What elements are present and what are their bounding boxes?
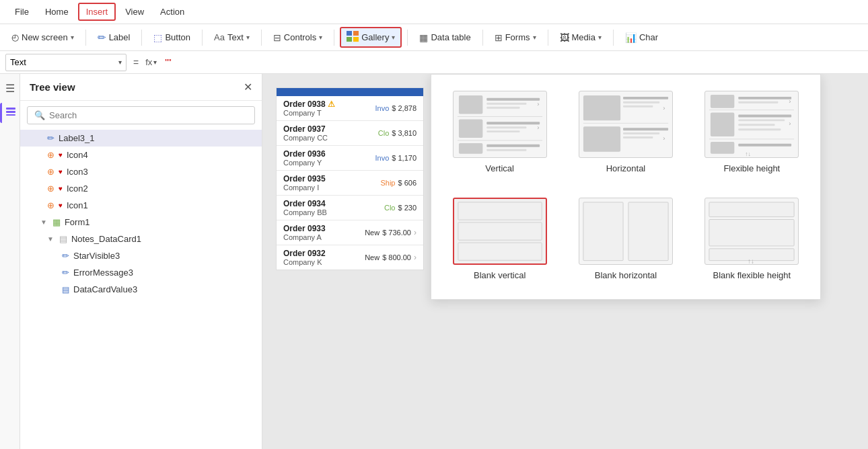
- svg-text:›: ›: [789, 120, 791, 127]
- component-icon-icon1: ⊕: [47, 200, 55, 210]
- svg-rect-22: [583, 95, 620, 120]
- tree-item-starvisible3[interactable]: ✏ StarVisible3: [20, 247, 262, 264]
- svg-rect-33: [711, 95, 734, 108]
- tree-item-form1[interactable]: ▼ ▦ Form1: [20, 214, 262, 231]
- tree-title: Tree view: [30, 81, 75, 93]
- card2-icon-datacardvalue3: ▤: [62, 285, 69, 294]
- tree-item-datacardvalue3[interactable]: ▤ DataCardValue3: [20, 281, 262, 298]
- chart-icon: 📊: [625, 32, 637, 43]
- gallery-item-blank-flexible[interactable]: ↑↓ Blank flexible height: [697, 192, 807, 286]
- table-row[interactable]: Order 0937 Company CC Clo $ 3,810: [277, 121, 423, 146]
- tree-item-icon4[interactable]: ⊕ ♥ Icon4: [20, 147, 262, 163]
- button-button[interactable]: ⬚ Button: [147, 29, 196, 46]
- hamburger-icon[interactable]: ☰: [3, 79, 17, 97]
- formula-dropdown[interactable]: Text ▾: [5, 54, 126, 71]
- search-input[interactable]: [49, 110, 248, 120]
- tree-header: Tree view ✕: [20, 74, 262, 101]
- svg-rect-15: [486, 130, 519, 132]
- chart-button[interactable]: 📊 Char: [619, 29, 664, 46]
- tree-label-icon3: Icon3: [67, 167, 88, 177]
- gallery-grid: › › Vertical: [445, 85, 807, 286]
- tree-expand-form1[interactable]: ▼: [40, 218, 47, 226]
- gallery-label-blank-vertical: Blank vertical: [474, 270, 526, 280]
- gallery-item-horizontal[interactable]: › › Horizontal: [571, 85, 680, 179]
- tree-label-icon2: Icon2: [67, 183, 88, 194]
- gallery-button[interactable]: Gallery ▾: [340, 27, 402, 48]
- tree-item-notes-datacard1[interactable]: ▼ ▤ Notes_DataCard1: [20, 231, 262, 247]
- svg-rect-18: [486, 145, 540, 147]
- tree-label-datacardvalue3: DataCardValue3: [73, 284, 137, 294]
- svg-rect-5: [6, 111, 15, 113]
- svg-rect-52: [628, 202, 668, 261]
- tree-close-button[interactable]: ✕: [244, 81, 252, 93]
- component-icon-icon3: ⊕: [47, 167, 55, 177]
- table-row[interactable]: Order 0932 Company K New $ 800.00 ›: [277, 245, 423, 270]
- svg-rect-54: [709, 219, 794, 245]
- component-icon-icon4: ⊕: [47, 150, 55, 160]
- data-table-button[interactable]: ▦ Data table: [413, 29, 476, 46]
- tree-label-errormessage3: ErrorMessage3: [73, 268, 133, 278]
- gallery-item-blank-horizontal[interactable]: Blank horizontal: [571, 192, 680, 286]
- table-row[interactable]: Order 0934 Company BB Clo $ 230: [277, 196, 423, 220]
- menu-file[interactable]: File: [8, 4, 36, 19]
- svg-rect-28: [623, 128, 668, 130]
- chart-label: Char: [639, 32, 658, 42]
- new-screen-button[interactable]: ◴ New screen ▾: [5, 29, 80, 46]
- data-table-label: Data table: [431, 32, 470, 42]
- gallery-icon: [347, 31, 359, 44]
- controls-button[interactable]: ⊟ Controls ▾: [267, 29, 328, 46]
- tree-item-errormessage3[interactable]: ✏ ErrorMessage3: [20, 264, 262, 281]
- forms-button[interactable]: ⊞ Forms ▾: [489, 29, 542, 46]
- svg-rect-43: [711, 142, 734, 154]
- tree-item-icon3[interactable]: ⊕ ♥ Icon3: [20, 163, 262, 180]
- menu-view[interactable]: View: [118, 4, 151, 19]
- tree-expand-notes[interactable]: ▼: [47, 235, 54, 243]
- sep8: [548, 30, 548, 46]
- menu-action[interactable]: Action: [153, 4, 191, 19]
- table-row[interactable]: Order 0933 Company A New $ 736.00 ›: [277, 220, 423, 245]
- text-button[interactable]: Aa Text ▾: [208, 29, 256, 46]
- menu-insert[interactable]: Insert: [78, 3, 116, 21]
- gallery-label-vertical: Vertical: [485, 163, 514, 173]
- svg-rect-12: [459, 119, 482, 138]
- table-row[interactable]: Order 0938 ⚠ Company T Invo $ 2,878: [277, 96, 423, 121]
- formula-fx-chevron: ▾: [153, 58, 157, 66]
- table-row[interactable]: Order 0936 Company Y Invo $ 1,170: [277, 146, 423, 171]
- media-button[interactable]: 🖼 Media ▾: [554, 29, 608, 46]
- svg-rect-38: [739, 114, 792, 117]
- svg-rect-35: [739, 101, 779, 104]
- gallery-thumb-horizontal: › ›: [579, 91, 673, 158]
- component-icon-icon2: ⊕: [47, 183, 55, 194]
- gallery-label-flexible: Flexible height: [723, 163, 780, 173]
- tree-item-icon1[interactable]: ⊕ ♥ Icon1: [20, 197, 262, 214]
- svg-rect-34: [739, 97, 792, 99]
- table-row[interactable]: Order 0935 Company I Ship $ 606: [277, 171, 423, 196]
- layers-icon[interactable]: [0, 103, 20, 123]
- svg-rect-29: [623, 132, 659, 134]
- svg-rect-50: [458, 243, 541, 260]
- tree-label-label3-1: Label3_1: [59, 133, 95, 143]
- gallery-label-horizontal: Horizontal: [606, 163, 646, 173]
- svg-rect-24: [623, 101, 659, 104]
- formula-dropdown-value: Text: [10, 57, 26, 67]
- forms-icon: ⊞: [495, 32, 503, 43]
- tree-label-icon4: Icon4: [67, 150, 88, 160]
- formula-fx-button[interactable]: fx ▾: [145, 57, 157, 67]
- svg-text:↑↓: ↑↓: [748, 257, 754, 264]
- label-button[interactable]: ✏ Label: [92, 28, 137, 47]
- heart-icon-icon2: ♥: [59, 185, 63, 192]
- tree-item-label3-1[interactable]: ✏ Label3_1: [20, 130, 262, 147]
- menu-home[interactable]: Home: [38, 4, 75, 19]
- svg-rect-7: [459, 95, 482, 114]
- tree-item-icon2[interactable]: ⊕ ♥ Icon2: [20, 180, 262, 197]
- edit-icon-starvisible3: ✏: [62, 251, 69, 261]
- formula-input[interactable]: "": [165, 57, 171, 67]
- sep3: [202, 30, 203, 46]
- gallery-item-flexible[interactable]: ↑↓ › › Flexible height: [697, 85, 807, 179]
- forms-label: Forms: [505, 32, 530, 42]
- gallery-item-vertical[interactable]: › › Vertical: [445, 85, 554, 179]
- formula-bar: Text ▾ = fx ▾ "": [0, 51, 868, 74]
- gallery-item-blank-vertical[interactable]: Blank vertical: [445, 192, 554, 286]
- tree-items: ✏ Label3_1 ⊕ ♥ Icon4 ⊕ ♥ Icon3 ⊕ ♥: [20, 130, 262, 449]
- new-screen-chevron: ▾: [71, 34, 74, 41]
